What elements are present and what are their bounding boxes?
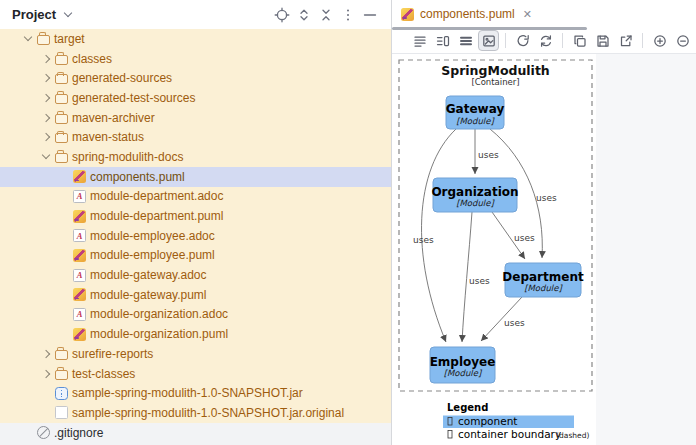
editor-view-button[interactable] <box>409 30 430 51</box>
puml-icon <box>73 210 86 223</box>
tree-item-module-organization.adoc[interactable]: module-organization.adoc <box>0 305 391 325</box>
tree-item-sample-spring-modulith-1.0-SNAPSHOT.jar[interactable]: sample-spring-modulith-1.0-SNAPSHOT.jar <box>0 383 391 403</box>
adoc-icon <box>73 229 86 242</box>
jar-icon <box>55 387 68 400</box>
copy-icon <box>572 33 588 49</box>
split-view-button[interactable] <box>432 30 453 51</box>
tree-item-label: module-gateway.puml <box>90 288 207 302</box>
tree-item-module-employee.adoc[interactable]: module-employee.adoc <box>0 226 391 246</box>
diagram-canvas[interactable]: SpringModulith[Container]usesusesusesuse… <box>392 54 596 445</box>
chevron-collapsed-icon[interactable] <box>42 74 50 82</box>
tabbar-scroll-thumb[interactable] <box>392 27 587 30</box>
tree-item-label: spring-modulith-docs <box>72 150 183 164</box>
image-view-button[interactable] <box>478 30 499 51</box>
zoom-out-icon <box>675 33 691 49</box>
tree-item-label: module-employee.puml <box>90 248 215 262</box>
svg-text:Organization: Organization <box>431 185 518 199</box>
tree-item-module-department.adoc[interactable]: module-department.adoc <box>0 187 391 207</box>
chevron-collapsed-icon[interactable] <box>42 54 50 62</box>
expand-all-button[interactable] <box>293 4 315 26</box>
project-dropdown-chevron-icon[interactable] <box>64 9 72 17</box>
tree-item-label: maven-status <box>72 130 144 144</box>
chevron-collapsed-icon[interactable] <box>42 350 50 358</box>
tree-item-module-gateway.puml[interactable]: module-gateway.puml <box>0 285 391 305</box>
folder-icon <box>55 350 68 360</box>
collapse-all-icon <box>318 7 334 23</box>
chevron-expanded-icon[interactable] <box>42 151 50 159</box>
tree-item-label: module-gateway.adoc <box>90 268 207 282</box>
open-in-external-tool-button[interactable] <box>615 30 636 51</box>
tree-item-label: sample-spring-modulith-1.0-SNAPSHOT.jar <box>72 386 303 400</box>
copy-diagram-button[interactable] <box>569 30 590 51</box>
editor-tab-label: components.puml <box>420 7 515 21</box>
tree-item-module-gateway.adoc[interactable]: module-gateway.adoc <box>0 265 391 285</box>
tree-item-label: target <box>54 32 85 46</box>
tab-close-icon[interactable]: ✕ <box>523 9 532 20</box>
chevron-collapsed-icon[interactable] <box>42 369 50 377</box>
open-external-icon <box>618 33 634 49</box>
image-view-icon <box>481 33 497 49</box>
tree-item-maven-status[interactable]: maven-status <box>0 127 391 147</box>
chevron-collapsed-icon[interactable] <box>42 113 50 121</box>
zoom-out-button[interactable] <box>672 30 693 51</box>
tree-item-generated-sources[interactable]: generated-sources <box>0 68 391 88</box>
folder-icon <box>55 94 68 104</box>
file-icon <box>55 406 68 419</box>
tree-item-label: .gitignore <box>54 426 103 440</box>
chevron-expanded-icon[interactable] <box>24 33 32 41</box>
tree-item-spring-modulith-docs[interactable]: spring-modulith-docs <box>0 147 391 167</box>
tree-item-classes[interactable]: classes <box>0 49 391 69</box>
puml-icon <box>73 170 86 183</box>
editor-pane: components.puml ✕ <box>392 0 696 445</box>
hide-icon <box>362 7 378 23</box>
tree-item-label: generated-test-sources <box>72 91 195 105</box>
text-view-button[interactable] <box>455 30 476 51</box>
diagram-node-organization: Organization[Module] <box>431 178 518 212</box>
project-tree-excluded-area: targetclassesgenerated-sourcesgenerated-… <box>0 29 391 423</box>
tree-item-surefire-reports[interactable]: surefire-reports <box>0 344 391 364</box>
tree-item-test-classes[interactable]: test-classes <box>0 364 391 384</box>
tree-item-maven-archiver[interactable]: maven-archiver <box>0 108 391 128</box>
more-options-button[interactable] <box>337 4 359 26</box>
svg-text:uses: uses <box>504 318 525 328</box>
plantuml-preview-toolbar: 1:1 <box>392 28 696 54</box>
svg-text:uses: uses <box>413 235 434 245</box>
tree-item-.gitignore[interactable]: .gitignore <box>0 423 391 443</box>
tree-item-generated-test-sources[interactable]: generated-test-sources <box>0 88 391 108</box>
tree-item-components.puml[interactable]: components.puml <box>0 167 391 187</box>
project-panel-header: Project <box>0 0 391 29</box>
auto-refresh-button[interactable] <box>535 30 556 51</box>
chevron-collapsed-icon[interactable] <box>42 133 50 141</box>
adoc-icon <box>73 308 86 321</box>
tree-item-sample-spring-modulith-1.0-SNAPSHOT.jar.original[interactable]: sample-spring-modulith-1.0-SNAPSHOT.jar.… <box>0 403 391 423</box>
zoom-in-button[interactable] <box>649 30 670 51</box>
tree-item-module-department.puml[interactable]: module-department.puml <box>0 206 391 226</box>
hide-panel-button[interactable] <box>359 4 381 26</box>
tree-item-label: test-classes <box>72 367 135 381</box>
locate-file-button[interactable] <box>271 4 293 26</box>
tree-item-label: maven-archiver <box>72 111 155 125</box>
tree-item-module-employee.puml[interactable]: module-employee.puml <box>0 246 391 266</box>
refresh-button[interactable] <box>512 30 533 51</box>
save-diagram-button[interactable] <box>592 30 613 51</box>
tree-item-target[interactable]: target <box>0 29 391 49</box>
project-panel-title: Project <box>12 7 56 22</box>
split-view-icon <box>435 33 451 49</box>
adoc-icon <box>73 190 86 203</box>
svg-text:uses: uses <box>469 276 490 286</box>
folder-icon <box>55 370 68 380</box>
collapse-all-button[interactable] <box>315 4 337 26</box>
editor-view-icon <box>412 33 428 49</box>
tree-item-label: classes <box>72 52 112 66</box>
tree-item-module-organization.puml[interactable]: module-organization.puml <box>0 324 391 344</box>
svg-text:Legend: Legend <box>447 402 488 413</box>
locate-icon <box>274 7 290 23</box>
tree-item-label: module-organization.adoc <box>90 307 228 321</box>
chevron-collapsed-icon[interactable] <box>42 94 50 102</box>
svg-text:container boundary: container boundary <box>458 428 561 440</box>
adoc-icon <box>73 269 86 282</box>
plantuml-file-icon <box>401 8 414 21</box>
folder-icon <box>37 35 50 45</box>
svg-text:uses: uses <box>478 150 499 160</box>
editor-tab[interactable]: components.puml ✕ <box>392 0 542 28</box>
